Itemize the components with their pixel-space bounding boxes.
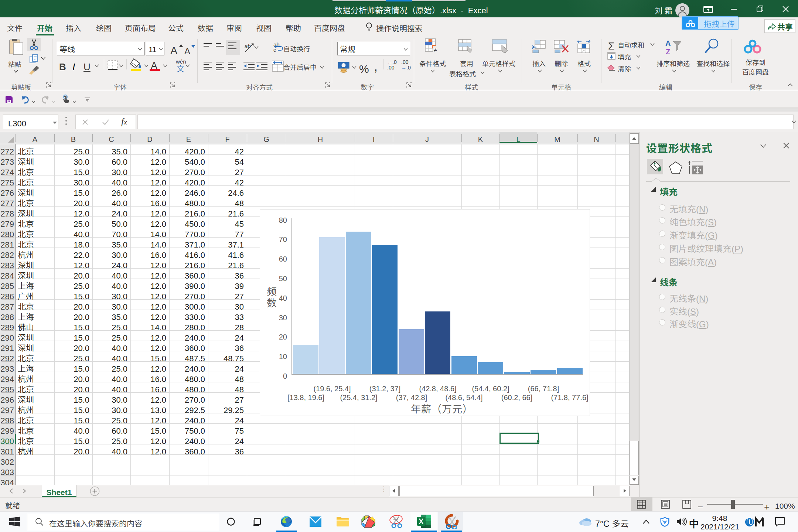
svg-text:ab: ab <box>245 42 251 50</box>
svg-text:≠: ≠ <box>434 45 437 54</box>
svg-text:Z: Z <box>666 46 670 55</box>
